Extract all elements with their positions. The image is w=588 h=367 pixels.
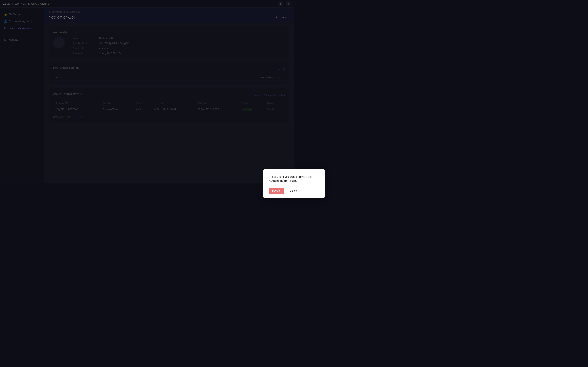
modal-text-bold: Authentication Token (269, 179, 294, 182)
modal-message: Are you sure you want to revoke this Aut… (269, 175, 294, 183)
modal-text-prefix: Are you sure you want to revoke this (269, 175, 294, 178)
revoke-confirm-modal: Are you sure you want to revoke this Aut… (263, 169, 294, 184)
modal-overlay: Are you sure you want to revoke this Aut… (0, 0, 294, 184)
